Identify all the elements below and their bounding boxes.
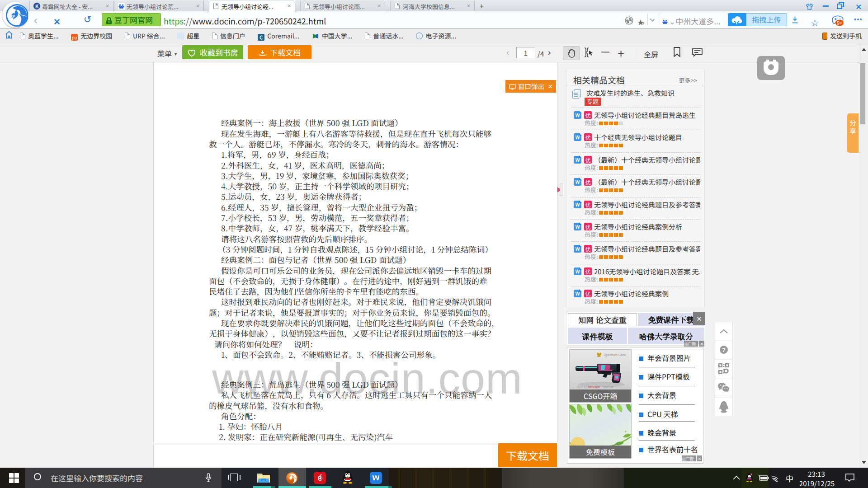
svg-text:Spectrum Case: Spectrum Case xyxy=(604,353,626,357)
svg-text:USP-S | Neo-Noir · StatTrak: USP-S | Neo-Noir · StatTrak xyxy=(577,385,614,389)
